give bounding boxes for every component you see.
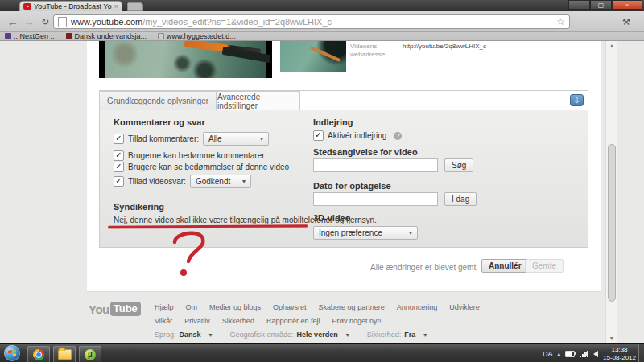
close-button[interactable]: ×	[612, 0, 642, 10]
syndication-heading: Syndikering	[114, 202, 164, 212]
hidden-icons-chevron-icon[interactable]: ▴	[558, 351, 561, 357]
battery-icon[interactable]	[565, 351, 575, 357]
geo-label: Geografisk område:	[230, 331, 294, 339]
red-marker-underline	[108, 224, 308, 228]
restore-button[interactable]: ▢	[590, 0, 612, 10]
scroll-up-icon[interactable]: ▲	[606, 41, 617, 51]
dropdown-value: Alle	[208, 134, 222, 143]
clock-date: 15-08-2012	[603, 354, 636, 361]
chevron-down-icon: ▾	[423, 331, 427, 339]
video-player-thumbnail[interactable]	[99, 41, 272, 78]
window-controls: – ▢ ×	[568, 0, 642, 10]
video-small-thumbnail[interactable]	[280, 41, 346, 72]
youtube-footer-logo[interactable]: You Tube	[89, 302, 141, 316]
browser-tab[interactable]: YouTube - Broadcast You... ×	[19, 1, 122, 11]
taskbar-explorer-button[interactable]	[53, 346, 76, 362]
three-d-dropdown[interactable]: Ingen præference ▾	[313, 226, 418, 240]
start-button[interactable]	[4, 345, 20, 361]
windows-taskbar: µ DA ▴ 13:38 15-08-2012	[0, 343, 644, 362]
allow-comments-label: Tillad kommentarer:	[128, 134, 199, 143]
footer-link-hjaelp[interactable]: Hjælp	[155, 303, 174, 311]
geo-value: Hele verden	[297, 331, 338, 339]
url-text[interactable]: www.youtube.com/my_videos_edit?ns=1&vide…	[71, 17, 552, 27]
show-desktop-button[interactable]	[638, 344, 644, 362]
footer-link-udviklere[interactable]: Udviklere	[449, 303, 480, 311]
enable-embedding-row: ✓ Aktivér indlejring ?	[313, 130, 402, 141]
bookmark-hyggestedet[interactable]: www.hyggestedet.d...	[158, 32, 236, 40]
bookmark-nextgen[interactable]: :: NextGen ::	[5, 32, 55, 40]
footer-selectors-row: Sprog: Dansk ▾ Geografisk område: Hele v…	[155, 331, 427, 339]
video-webaddress-url[interactable]: http://youtu.be/2q8wwLHIX_c	[402, 43, 486, 50]
content-card: Videoens webadresse: http://youtu.be/2q8…	[87, 41, 601, 292]
see-ratings-label: Brugere kan se bedømmelser af denne vide…	[128, 162, 289, 171]
allow-comments-checkbox[interactable]: ✓	[114, 134, 124, 144]
keyboard-language-indicator[interactable]: DA	[543, 350, 553, 358]
save-status-text: Alle ændringer er blevet gemt	[370, 263, 476, 272]
scroll-down-icon[interactable]: ▼	[606, 334, 617, 343]
footer-link-prov-nyt[interactable]: Prøv noget nyt!	[332, 317, 381, 325]
video-responses-checkbox[interactable]: ✓	[114, 176, 124, 187]
language-selector[interactable]: Sprog: Dansk ▾	[155, 331, 213, 339]
footer-link-vilkaar[interactable]: Vilkår	[155, 317, 172, 325]
help-icon[interactable]: ?	[394, 132, 402, 140]
taskbar-clock[interactable]: 13:38 15-08-2012	[603, 346, 636, 362]
bookmark-label: Dansk undervandsja...	[75, 32, 147, 40]
bookmark-dansk-undervandsjagt[interactable]: Dansk undervandsja...	[66, 32, 147, 40]
bookmark-favicon-icon	[158, 33, 164, 39]
cancel-button[interactable]: Annullér	[481, 259, 529, 273]
clock-time: 13:38	[612, 346, 628, 353]
chevron-down-icon: ▾	[346, 331, 349, 339]
footer-link-sikkerhed[interactable]: Sikkerhed	[222, 317, 254, 325]
url-path: /my_videos_edit?ns=1&video_id=2q8wwLHIX_…	[142, 17, 332, 27]
chevron-down-icon: ▾	[409, 229, 412, 237]
rate-comments-checkbox[interactable]: ✓	[114, 150, 124, 161]
see-ratings-checkbox[interactable]: ✓	[114, 162, 124, 172]
chrome-menu-wrench-icon[interactable]: ⚒	[617, 14, 636, 29]
footer-link-medier[interactable]: Medier og blogs	[209, 303, 261, 311]
date-heading: Dato for optagelse	[313, 181, 391, 191]
tab-basic-info[interactable]: Grundlæggende oplysninger	[99, 91, 217, 111]
tab-advanced-settings[interactable]: Avancerede indstillinger	[217, 91, 300, 111]
footer-link-privatliv[interactable]: Privatliv	[184, 317, 210, 325]
logo-you: You	[89, 302, 109, 316]
date-input[interactable]	[313, 192, 438, 206]
logo-tube: Tube	[110, 302, 141, 316]
speaker-icon[interactable]	[593, 351, 598, 357]
back-button[interactable]: ←	[5, 14, 21, 30]
dropdown-value: Godkendt	[196, 177, 230, 186]
footer-link-om[interactable]: Om	[186, 303, 198, 311]
utorrent-icon: µ	[85, 349, 96, 360]
new-tab-button[interactable]	[127, 2, 143, 11]
page-scrollbar[interactable]: ▲ ▼	[605, 41, 617, 343]
url-bar[interactable]: www.youtube.com/my_videos_edit?ns=1&vide…	[53, 14, 570, 29]
safety-selector[interactable]: Sikkerhed: Fra ▾	[367, 331, 427, 339]
footer-link-ophavsret[interactable]: Ophavsret	[273, 303, 307, 311]
bookmark-label: www.hyggestedet.d...	[167, 32, 236, 40]
minimize-button[interactable]: –	[568, 0, 590, 10]
three-d-heading: 3D-video	[313, 213, 350, 223]
scrollbar-thumb[interactable]	[608, 144, 616, 302]
date-today-button[interactable]: I dag	[444, 192, 477, 206]
footer-link-rapporter[interactable]: Rapportér en fejl	[266, 317, 320, 325]
forward-button: →	[21, 14, 37, 30]
embedding-heading: Indlejring	[313, 117, 353, 127]
geo-selector[interactable]: Geografisk område: Hele verden ▾	[230, 331, 349, 339]
rate-comments-row: ✓ Brugerne kan bedømme kommentarer	[114, 150, 265, 161]
tab-close-icon[interactable]: ×	[114, 3, 118, 10]
reload-button[interactable]: ↻	[37, 14, 53, 30]
location-search-button[interactable]: Søg	[444, 158, 473, 172]
enable-embedding-label: Aktivér indlejring	[328, 131, 386, 140]
enable-embedding-checkbox[interactable]: ✓	[313, 130, 324, 141]
download-icon[interactable]: ⇩	[570, 94, 584, 106]
footer-link-skabere[interactable]: Skabere og partnere	[319, 303, 385, 311]
footer-link-annoncering[interactable]: Annoncering	[397, 303, 438, 311]
taskbar-chrome-button[interactable]	[27, 346, 50, 362]
location-input[interactable]	[313, 158, 438, 172]
folder-icon	[58, 349, 72, 360]
allow-comments-dropdown[interactable]: Alle ▾	[203, 132, 269, 146]
allow-comments-row: ✓ Tillad kommentarer: Alle ▾	[114, 132, 269, 146]
bookmark-star-icon[interactable]: ☆	[556, 16, 565, 27]
video-responses-dropdown[interactable]: Godkendt ▾	[190, 175, 251, 188]
video-responses-row: ✓ Tillad videosvar: Godkendt ▾	[114, 175, 251, 188]
taskbar-utorrent-button[interactable]: µ	[79, 346, 101, 362]
